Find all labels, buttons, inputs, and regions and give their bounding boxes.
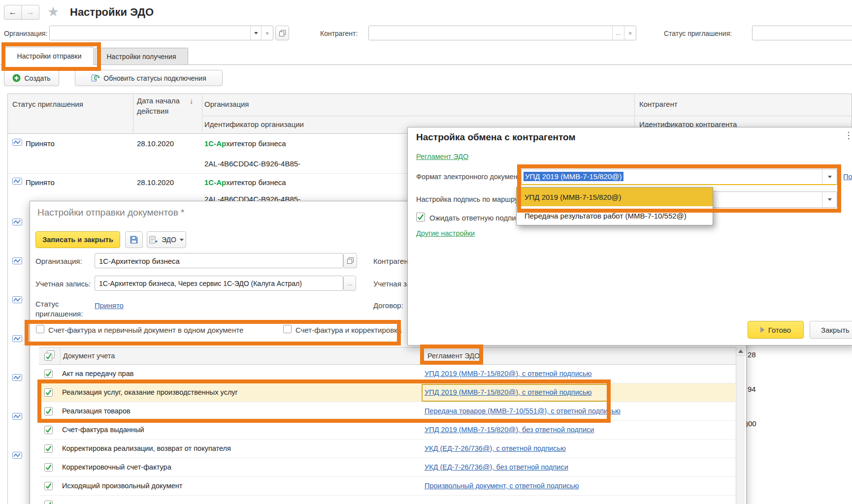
org-filter-input[interactable]: × xyxy=(49,26,273,40)
chevron-down-icon xyxy=(180,239,184,241)
doc-name: Реализация товаров xyxy=(62,407,131,415)
format-combobox[interactable]: УПД 2019 (ММВ-7-15/820@) xyxy=(521,169,837,185)
more-menu-icon[interactable]: ⋮ xyxy=(844,130,852,141)
back-button[interactable]: ← xyxy=(4,5,22,20)
counterparty-clear-button[interactable]: × xyxy=(624,26,636,40)
chevron-down-icon xyxy=(828,198,832,201)
dialog-title: Настройка обмена с контрагентом xyxy=(416,132,576,143)
column-header-org[interactable]: Организация xyxy=(204,100,249,108)
column-header-date[interactable]: Дата начала действия xyxy=(137,95,191,116)
invitation-status-link[interactable]: Принято xyxy=(95,301,124,310)
checkbox-checked[interactable] xyxy=(44,463,53,472)
select-all-checkbox-icon[interactable] xyxy=(44,350,55,361)
invoice-single-doc-checkbox-label[interactable]: Счет-фактура и первичный документ в одно… xyxy=(48,326,243,334)
dropdown-item[interactable]: Передача результатов работ (ММВ-7-10/552… xyxy=(517,206,713,225)
refresh-status-icon xyxy=(91,74,100,83)
other-settings-link[interactable]: Другие настройки xyxy=(416,229,475,237)
format-dropdown-button[interactable] xyxy=(822,169,837,184)
checkbox-unchecked[interactable] xyxy=(36,325,44,333)
counterparty-filter-input[interactable]: ... × xyxy=(368,26,636,40)
org-open-button[interactable] xyxy=(343,253,357,268)
status-chart-icon xyxy=(12,374,22,381)
app-window: ← → ★ Настройки ЭДО Организация: × Контр… xyxy=(0,0,852,504)
reglament-link[interactable]: УПД 2019 (ММВ-7-15/820@), без ответной п… xyxy=(425,426,594,434)
reglament-link[interactable]: УПД 2019 (ММВ-7-15/820@), с ответной под… xyxy=(425,388,591,396)
checkbox-unchecked[interactable] xyxy=(283,325,292,333)
sort-descending-icon[interactable]: ↓ xyxy=(190,96,194,105)
column-divider xyxy=(421,347,422,364)
column-header-org-id: Идентификатор организации xyxy=(204,120,304,128)
invitation-status-filter-input[interactable] xyxy=(752,26,852,40)
reglament-link[interactable]: УКД (ЕД-7-26/736@), без ответной подписи xyxy=(425,463,568,471)
wait-signature-checkbox-checked[interactable] xyxy=(416,213,425,221)
done-button[interactable]: Готово xyxy=(748,321,804,339)
chevron-down-icon xyxy=(254,32,258,34)
checkbox-checked[interactable] xyxy=(44,388,53,397)
reglament-link[interactable]: УПД 2019 (ММВ-7-15/820@), с ответной под… xyxy=(425,370,591,378)
checkbox-checked[interactable] xyxy=(44,501,53,504)
doc-table-row[interactable]: Реализация товаров Передача товаров (ММВ… xyxy=(39,402,735,421)
page-title: Настройки ЭДО xyxy=(70,6,154,19)
invitation-status-field-label: Статус приглашения: xyxy=(35,299,92,319)
tab-send-settings[interactable]: Настройки отправки xyxy=(5,47,94,65)
invoice-correction-checkbox-label[interactable]: Счет-фактура и корректировка xyxy=(295,326,401,334)
refresh-statuses-button[interactable]: Обновить статусы подключения xyxy=(75,70,223,86)
org-filter-open-button[interactable] xyxy=(275,26,289,40)
plus-icon xyxy=(12,74,21,82)
background-fragment: )00 xyxy=(746,419,756,428)
edo-menu-button[interactable]: ЭДО xyxy=(147,231,186,248)
checkbox-checked[interactable] xyxy=(44,482,53,490)
edo-document-icon xyxy=(149,236,158,244)
org-field-label: Организация: xyxy=(35,257,82,265)
close-icon: × xyxy=(265,30,269,37)
doc-table-row[interactable]: Корректировка реализации, возврат от пок… xyxy=(39,440,735,458)
org-name-rest: хитектор бизнеса xyxy=(226,178,286,187)
status-chart-icon xyxy=(12,219,22,225)
doc-table-row[interactable]: Исходящий произвольный документ Произвол… xyxy=(39,477,735,496)
column-header-counterparty[interactable]: Контрагент xyxy=(639,100,678,108)
checkbox-checked[interactable] xyxy=(44,444,53,453)
account-field[interactable]: 1С-Архитектор бизнеса, Через сервис 1С-Э… xyxy=(95,276,343,291)
account-select-button[interactable]: ... xyxy=(343,276,356,291)
org-name-rest: хитектор бизнеса xyxy=(226,139,286,148)
org-filter-clear-button[interactable]: × xyxy=(261,26,273,40)
close-button[interactable]: Закрыть xyxy=(810,321,852,339)
reglament-link[interactable]: Произвольный документ, с ответной подпис… xyxy=(425,482,579,490)
doc-table-row[interactable]: Счет-фактура выданный УПД 2019 (ММВ-7-15… xyxy=(39,421,735,440)
wait-signature-label[interactable]: Ожидать ответную подпись xyxy=(429,214,524,222)
doc-table-row[interactable]: Акт на передачу прав УПД 2019 (ММВ-7-15/… xyxy=(39,365,735,383)
forward-button[interactable]: → xyxy=(22,5,39,20)
reglament-link[interactable]: УКД (ЕД-7-26/736@), с ответной подписью xyxy=(425,444,566,452)
format-dropdown-list: УПД 2019 (ММВ-7-15/820@) Передача резуль… xyxy=(516,187,713,225)
org-name-highlight: 1С-Ар xyxy=(204,178,226,187)
save-button[interactable] xyxy=(125,231,143,248)
reglament-edo-link[interactable]: Регламент ЭДО xyxy=(416,153,468,160)
dropdown-item-selected[interactable]: УПД 2019 (ММВ-7-15/820@) xyxy=(517,188,713,206)
doc-table-row[interactable]: Корректировочный счет-фактура УКД (ЕД-7-… xyxy=(39,458,735,477)
org-id-value: 2AL-4B6CDD4C-B926-4B85- xyxy=(204,159,300,168)
vertical-scrollbar[interactable] xyxy=(736,347,745,504)
column-header-status[interactable]: Статус приглашения xyxy=(12,100,83,108)
org-field[interactable]: 1С-Архитектор бизнеса xyxy=(95,253,343,268)
doc-column-header[interactable]: Документ учета xyxy=(63,352,115,360)
tab-baseline xyxy=(0,64,852,65)
reglament-link[interactable]: Передача товаров (ММВ-7-10/551@), с отве… xyxy=(425,407,621,415)
status-value: Принято xyxy=(26,139,55,148)
reglament-column-header[interactable]: Регламент ЭДО xyxy=(427,352,480,360)
doc-table-row[interactable]: Реализация услуг, оказание производствен… xyxy=(39,383,735,402)
route-dropdown-button[interactable] xyxy=(822,192,837,207)
create-button[interactable]: Создать xyxy=(4,70,59,86)
truncated-link[interactable]: По xyxy=(843,173,852,181)
favorite-star-icon[interactable]: ★ xyxy=(47,4,59,20)
scrollbar-up-button[interactable] xyxy=(736,347,745,356)
org-filter-dropdown-button[interactable] xyxy=(250,26,261,40)
checkbox-checked[interactable] xyxy=(44,407,53,415)
checkbox-checked[interactable] xyxy=(44,426,53,434)
arrow-up-icon xyxy=(738,349,743,353)
counterparty-select-button[interactable]: ... xyxy=(612,26,624,40)
open-in-window-icon xyxy=(279,30,286,36)
header-row-divider xyxy=(202,116,852,116)
save-and-close-button[interactable]: Записать и закрыть xyxy=(35,231,120,248)
tab-receive-settings[interactable]: Настройки получения xyxy=(95,48,188,65)
checkbox-checked[interactable] xyxy=(44,370,53,378)
